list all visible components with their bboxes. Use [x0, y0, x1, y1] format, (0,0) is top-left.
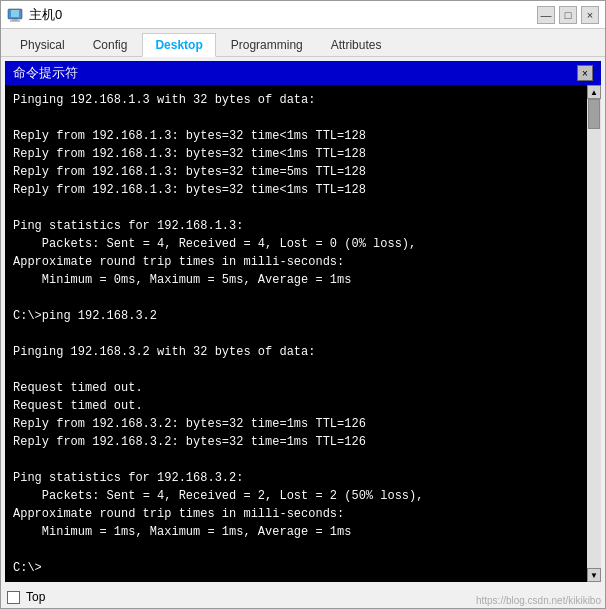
window-controls: — □ ×	[537, 6, 599, 24]
top-label: Top	[26, 590, 45, 604]
scrollbar[interactable]: ▲ ▼	[587, 85, 601, 582]
window-title: 主机0	[29, 6, 62, 24]
terminal-inner: Pinging 192.168.1.3 with 32 bytes of dat…	[5, 85, 601, 582]
bottom-bar: Top https://blog.csdn.net/kikikibo	[1, 586, 605, 608]
tab-programming[interactable]: Programming	[218, 33, 316, 56]
maximize-button[interactable]: □	[559, 6, 577, 24]
tab-bar: Physical Config Desktop Programming Attr…	[1, 29, 605, 57]
computer-icon	[7, 7, 23, 23]
title-bar-left: 主机0	[7, 6, 62, 24]
watermark: https://blog.csdn.net/kikikibo	[476, 595, 601, 606]
svg-rect-2	[12, 19, 18, 21]
tab-physical[interactable]: Physical	[7, 33, 78, 56]
tab-attributes[interactable]: Attributes	[318, 33, 395, 56]
svg-rect-3	[10, 20, 20, 21]
main-window: 主机0 — □ × Physical Config Desktop Progra…	[0, 0, 606, 609]
scroll-track[interactable]	[587, 99, 601, 568]
title-bar: 主机0 — □ ×	[1, 1, 605, 29]
terminal-container: Pinging 192.168.1.3 with 32 bytes of dat…	[5, 85, 601, 582]
scroll-down-arrow[interactable]: ▼	[587, 568, 601, 582]
scroll-up-arrow[interactable]: ▲	[587, 85, 601, 99]
cmd-titlebar: 命令提示符 ×	[5, 61, 601, 85]
cmd-title-text: 命令提示符	[13, 64, 78, 82]
cmd-close-button[interactable]: ×	[577, 65, 593, 81]
tab-desktop[interactable]: Desktop	[142, 33, 215, 57]
scroll-thumb[interactable]	[588, 99, 600, 129]
terminal-output[interactable]: Pinging 192.168.1.3 with 32 bytes of dat…	[5, 85, 601, 582]
top-checkbox[interactable]	[7, 591, 20, 604]
tab-config[interactable]: Config	[80, 33, 141, 56]
minimize-button[interactable]: —	[537, 6, 555, 24]
content-area: 命令提示符 × Pinging 192.168.1.3 with 32 byte…	[1, 57, 605, 586]
close-button[interactable]: ×	[581, 6, 599, 24]
svg-rect-1	[11, 10, 19, 17]
